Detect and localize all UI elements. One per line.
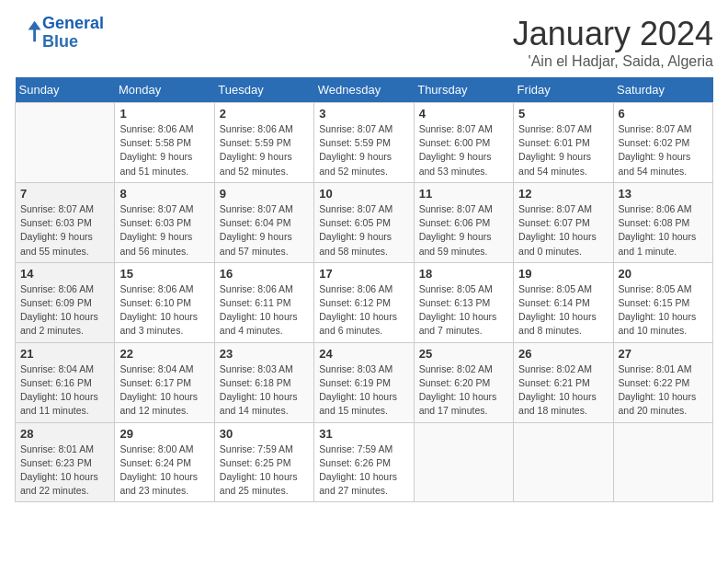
day-number: 5 xyxy=(518,107,608,121)
day-info: Sunrise: 8:01 AMSunset: 6:22 PMDaylight:… xyxy=(619,362,708,419)
day-number: 24 xyxy=(319,347,408,361)
calendar-cell: 22Sunrise: 8:04 AMSunset: 6:17 PMDayligh… xyxy=(115,342,214,422)
day-info: Sunrise: 8:06 AMSunset: 6:09 PMDaylight:… xyxy=(20,282,109,339)
page-header: General Blue January 2024 'Ain el Hadjar… xyxy=(15,15,713,70)
day-number: 15 xyxy=(119,267,209,281)
day-info: Sunrise: 8:07 AMSunset: 6:03 PMDaylight:… xyxy=(20,202,109,259)
day-number: 29 xyxy=(119,427,209,441)
calendar-header-row: SundayMondayTuesdayWednesdayThursdayFrid… xyxy=(16,77,713,103)
day-number: 10 xyxy=(319,187,408,201)
calendar-cell: 31Sunrise: 7:59 AMSunset: 6:26 PMDayligh… xyxy=(314,422,414,502)
logo-text: General Blue xyxy=(42,15,104,52)
day-info: Sunrise: 8:06 AMSunset: 6:08 PMDaylight:… xyxy=(619,202,708,259)
svg-marker-0 xyxy=(28,21,41,41)
day-info: Sunrise: 7:59 AMSunset: 6:26 PMDaylight:… xyxy=(319,442,408,499)
day-info: Sunrise: 8:02 AMSunset: 6:21 PMDaylight:… xyxy=(518,362,608,419)
day-info: Sunrise: 8:06 AMSunset: 6:11 PMDaylight:… xyxy=(220,282,309,339)
calendar-cell: 14Sunrise: 8:06 AMSunset: 6:09 PMDayligh… xyxy=(16,262,115,342)
day-number: 8 xyxy=(119,187,209,201)
header-thursday: Thursday xyxy=(414,77,513,103)
day-number: 20 xyxy=(619,267,708,281)
calendar-cell: 21Sunrise: 8:04 AMSunset: 6:16 PMDayligh… xyxy=(16,342,115,422)
calendar-cell: 6Sunrise: 8:07 AMSunset: 6:02 PMDaylight… xyxy=(613,103,712,183)
day-info: Sunrise: 8:04 AMSunset: 6:16 PMDaylight:… xyxy=(20,362,109,419)
calendar-cell: 17Sunrise: 8:06 AMSunset: 6:12 PMDayligh… xyxy=(314,262,414,342)
calendar-cell: 9Sunrise: 8:07 AMSunset: 6:04 PMDaylight… xyxy=(214,182,313,262)
calendar-cell xyxy=(514,422,613,502)
day-info: Sunrise: 8:07 AMSunset: 6:01 PMDaylight:… xyxy=(518,122,608,178)
day-number: 11 xyxy=(419,187,508,201)
calendar-cell: 10Sunrise: 8:07 AMSunset: 6:05 PMDayligh… xyxy=(314,182,414,262)
day-number: 31 xyxy=(319,427,408,441)
calendar-cell: 26Sunrise: 8:02 AMSunset: 6:21 PMDayligh… xyxy=(514,342,613,422)
day-info: Sunrise: 8:07 AMSunset: 6:04 PMDaylight:… xyxy=(220,202,309,259)
day-info: Sunrise: 8:01 AMSunset: 6:23 PMDaylight:… xyxy=(20,442,109,499)
day-number: 27 xyxy=(619,347,708,361)
day-number: 21 xyxy=(20,347,109,361)
calendar-cell xyxy=(613,422,712,502)
day-info: Sunrise: 8:06 AMSunset: 6:12 PMDaylight:… xyxy=(319,282,408,339)
calendar-cell: 7Sunrise: 8:07 AMSunset: 6:03 PMDaylight… xyxy=(16,182,115,262)
logo-icon xyxy=(17,18,42,44)
day-number: 22 xyxy=(119,347,209,361)
day-info: Sunrise: 7:59 AMSunset: 6:25 PMDaylight:… xyxy=(220,442,309,499)
day-info: Sunrise: 8:05 AMSunset: 6:14 PMDaylight:… xyxy=(518,282,608,339)
day-number: 23 xyxy=(220,347,309,361)
day-number: 28 xyxy=(20,427,109,441)
calendar-cell: 29Sunrise: 8:00 AMSunset: 6:24 PMDayligh… xyxy=(115,422,214,502)
day-number: 30 xyxy=(220,427,309,441)
calendar-cell: 15Sunrise: 8:06 AMSunset: 6:10 PMDayligh… xyxy=(115,262,214,342)
calendar-cell: 16Sunrise: 8:06 AMSunset: 6:11 PMDayligh… xyxy=(214,262,313,342)
day-number: 14 xyxy=(20,267,109,281)
week-row-4: 21Sunrise: 8:04 AMSunset: 6:16 PMDayligh… xyxy=(16,342,713,422)
calendar-cell: 1Sunrise: 8:06 AMSunset: 5:58 PMDaylight… xyxy=(115,103,214,183)
calendar-cell: 3Sunrise: 8:07 AMSunset: 5:59 PMDaylight… xyxy=(314,103,414,183)
calendar-cell: 18Sunrise: 8:05 AMSunset: 6:13 PMDayligh… xyxy=(414,262,513,342)
header-wednesday: Wednesday xyxy=(314,77,414,103)
day-info: Sunrise: 8:03 AMSunset: 6:18 PMDaylight:… xyxy=(220,362,309,419)
week-row-3: 14Sunrise: 8:06 AMSunset: 6:09 PMDayligh… xyxy=(16,262,713,342)
day-number: 13 xyxy=(619,187,708,201)
day-number: 16 xyxy=(220,267,309,281)
day-info: Sunrise: 8:07 AMSunset: 6:03 PMDaylight:… xyxy=(119,202,209,259)
day-info: Sunrise: 8:00 AMSunset: 6:24 PMDaylight:… xyxy=(119,442,209,499)
calendar-cell: 27Sunrise: 8:01 AMSunset: 6:22 PMDayligh… xyxy=(613,342,712,422)
calendar-subtitle: 'Ain el Hadjar, Saida, Algeria xyxy=(513,53,713,70)
calendar-cell: 8Sunrise: 8:07 AMSunset: 6:03 PMDaylight… xyxy=(115,182,214,262)
calendar-cell xyxy=(16,103,115,183)
calendar-cell: 13Sunrise: 8:06 AMSunset: 6:08 PMDayligh… xyxy=(613,182,712,262)
day-info: Sunrise: 8:06 AMSunset: 5:58 PMDaylight:… xyxy=(119,122,209,178)
calendar-cell: 24Sunrise: 8:03 AMSunset: 6:19 PMDayligh… xyxy=(314,342,414,422)
day-info: Sunrise: 8:07 AMSunset: 5:59 PMDaylight:… xyxy=(319,122,408,178)
calendar-cell: 30Sunrise: 7:59 AMSunset: 6:25 PMDayligh… xyxy=(214,422,313,502)
week-row-2: 7Sunrise: 8:07 AMSunset: 6:03 PMDaylight… xyxy=(16,182,713,262)
calendar-cell: 23Sunrise: 8:03 AMSunset: 6:18 PMDayligh… xyxy=(214,342,313,422)
calendar-cell: 11Sunrise: 8:07 AMSunset: 6:06 PMDayligh… xyxy=(414,182,513,262)
calendar-table: SundayMondayTuesdayWednesdayThursdayFrid… xyxy=(15,77,713,502)
logo: General Blue xyxy=(15,15,104,52)
calendar-cell: 19Sunrise: 8:05 AMSunset: 6:14 PMDayligh… xyxy=(514,262,613,342)
header-friday: Friday xyxy=(514,77,613,103)
day-number: 3 xyxy=(319,107,408,121)
day-info: Sunrise: 8:07 AMSunset: 6:05 PMDaylight:… xyxy=(319,202,408,259)
week-row-5: 28Sunrise: 8:01 AMSunset: 6:23 PMDayligh… xyxy=(16,422,713,502)
day-number: 17 xyxy=(319,267,408,281)
day-info: Sunrise: 8:02 AMSunset: 6:20 PMDaylight:… xyxy=(419,362,508,419)
day-number: 19 xyxy=(518,267,608,281)
day-info: Sunrise: 8:07 AMSunset: 6:07 PMDaylight:… xyxy=(518,202,608,259)
day-info: Sunrise: 8:06 AMSunset: 5:59 PMDaylight:… xyxy=(220,122,309,178)
day-number: 26 xyxy=(518,347,608,361)
calendar-title: January 2024 xyxy=(513,15,713,53)
day-info: Sunrise: 8:07 AMSunset: 6:00 PMDaylight:… xyxy=(419,122,508,178)
calendar-cell: 4Sunrise: 8:07 AMSunset: 6:00 PMDaylight… xyxy=(414,103,513,183)
day-number: 9 xyxy=(220,187,309,201)
header-tuesday: Tuesday xyxy=(214,77,313,103)
day-number: 1 xyxy=(119,107,209,121)
header-monday: Monday xyxy=(115,77,214,103)
day-number: 7 xyxy=(20,187,109,201)
calendar-cell: 12Sunrise: 8:07 AMSunset: 6:07 PMDayligh… xyxy=(514,182,613,262)
day-info: Sunrise: 8:03 AMSunset: 6:19 PMDaylight:… xyxy=(319,362,408,419)
day-number: 25 xyxy=(419,347,508,361)
header-saturday: Saturday xyxy=(613,77,712,103)
day-number: 4 xyxy=(419,107,508,121)
